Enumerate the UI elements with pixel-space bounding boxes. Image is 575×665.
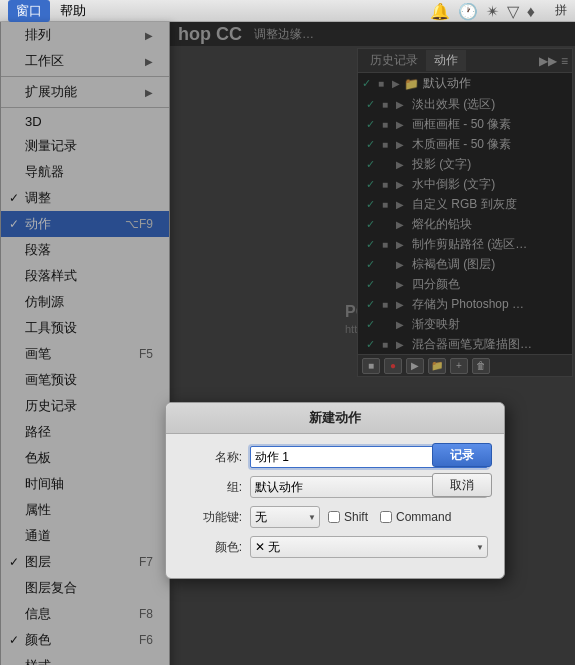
wifi-icon: ▽ — [507, 2, 519, 21]
bluetooth-icon: ✴ — [486, 2, 499, 21]
dialog-overlay: 新建动作 名称: 组: 默认动作 — [0, 22, 575, 665]
command-checkbox-label[interactable]: Command — [380, 510, 451, 524]
dialog-color-select[interactable]: ✕ 无 — [250, 536, 488, 558]
cancel-button[interactable]: 取消 — [432, 473, 492, 497]
new-action-dialog: 新建动作 名称: 组: 默认动作 — [165, 402, 505, 579]
command-label: Command — [396, 510, 451, 524]
clock-icon: 🕐 — [458, 2, 478, 21]
menu-help[interactable]: 帮助 — [52, 0, 94, 22]
shift-checkbox-label[interactable]: Shift — [328, 510, 368, 524]
menu-window[interactable]: 窗口 — [8, 0, 50, 22]
dialog-group-label: 组: — [182, 479, 242, 496]
dialog-color-row: 颜色: ✕ 无 — [182, 536, 488, 558]
shift-label: Shift — [344, 510, 368, 524]
record-button[interactable]: 记录 — [432, 443, 492, 467]
dialog-buttons: 记录 取消 — [432, 443, 492, 497]
title-bar-icons: 🔔 🕐 ✴ ▽ ♦ — [430, 2, 535, 21]
dialog-color-label: 颜色: — [182, 539, 242, 556]
dialog-funckey-label: 功能键: — [182, 509, 242, 526]
layout-label: 拼 — [555, 2, 567, 19]
dialog-funckey-select[interactable]: 无 — [250, 506, 320, 528]
menu-bar[interactable]: 窗口 帮助 — [8, 0, 94, 22]
main-area: 排列 ▶ 工作区 ▶ 扩展功能 ▶ 3D 测量记录 导航器 调整 动作 ⌥F9 — [0, 22, 575, 665]
title-bar: 窗口 帮助 🔔 🕐 ✴ ▽ ♦ 拼 — [0, 0, 575, 22]
dialog-funckey-select-wrapper[interactable]: 无 — [250, 506, 320, 528]
dialog-modifier-group: Shift Command — [328, 510, 451, 524]
volume-icon: ♦ — [527, 3, 535, 21]
dialog-title: 新建动作 — [166, 403, 504, 434]
dialog-name-label: 名称: — [182, 449, 242, 466]
notification-icon: 🔔 — [430, 2, 450, 21]
shift-checkbox[interactable] — [328, 511, 340, 523]
command-checkbox[interactable] — [380, 511, 392, 523]
dialog-funckey-row: 功能键: 无 Shift Command — [182, 506, 488, 528]
dialog-color-select-wrapper[interactable]: ✕ 无 — [250, 536, 488, 558]
